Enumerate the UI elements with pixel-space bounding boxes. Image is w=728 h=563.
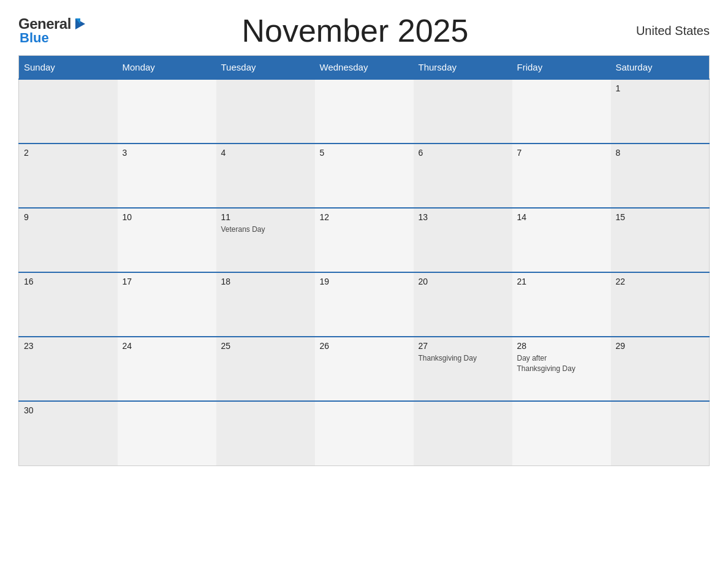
calendar-cell <box>315 79 414 144</box>
calendar-cell: 15 <box>611 208 710 272</box>
calendar-cell: 8 <box>611 144 710 208</box>
calendar-cell: 18 <box>216 272 315 337</box>
day-number: 8 <box>616 148 705 158</box>
holiday-label: Day after <box>517 353 606 364</box>
calendar-row-3: 16171819202122 <box>19 272 710 337</box>
col-sunday: Sunday <box>19 56 118 80</box>
col-wednesday: Wednesday <box>315 56 414 80</box>
calendar-table: Sunday Monday Tuesday Wednesday Thursday… <box>18 55 710 466</box>
calendar-row-4: 2324252627Thanksgiving Day28Day afterTha… <box>19 337 710 401</box>
calendar-cell: 29 <box>611 337 710 401</box>
calendar-cell: 2 <box>19 144 118 208</box>
day-number: 2 <box>24 148 113 158</box>
day-number: 1 <box>616 83 705 93</box>
calendar-cell <box>118 401 216 465</box>
day-number: 13 <box>419 212 507 222</box>
day-number: 17 <box>123 277 211 286</box>
calendar-cell: 9 <box>19 208 118 272</box>
day-number: 4 <box>221 148 310 158</box>
day-number: 6 <box>419 148 507 158</box>
calendar-cell: 11Veterans Day <box>216 208 315 272</box>
day-number: 23 <box>24 341 113 351</box>
day-number: 11 <box>221 212 310 222</box>
calendar-cell <box>512 79 611 144</box>
col-friday: Friday <box>512 56 611 80</box>
calendar-cell: 21 <box>512 272 611 337</box>
page-title: November 2025 <box>86 12 624 49</box>
day-number: 7 <box>517 148 606 158</box>
calendar-cell: 24 <box>118 337 216 401</box>
calendar-cell: 6 <box>414 144 512 208</box>
calendar-cell: 20 <box>414 272 512 337</box>
logo-blue-text: Blue <box>20 30 49 46</box>
calendar-cell: 23 <box>19 337 118 401</box>
calendar-cell <box>19 79 118 144</box>
day-number: 26 <box>320 341 409 351</box>
day-number: 14 <box>517 212 606 222</box>
calendar-cell: 10 <box>118 208 216 272</box>
calendar-cell <box>216 401 315 465</box>
calendar-cell: 19 <box>315 272 414 337</box>
calendar-cell: 27Thanksgiving Day <box>414 337 512 401</box>
day-number: 25 <box>221 341 310 351</box>
day-number: 15 <box>616 212 705 222</box>
day-number: 9 <box>24 212 113 222</box>
day-number: 5 <box>320 148 409 158</box>
day-number: 18 <box>221 277 310 286</box>
calendar-cell: 30 <box>19 401 118 465</box>
calendar-cell: 25 <box>216 337 315 401</box>
calendar-header-row: Sunday Monday Tuesday Wednesday Thursday… <box>19 56 710 80</box>
day-number: 20 <box>419 277 507 286</box>
calendar-cell: 4 <box>216 144 315 208</box>
calendar-cell: 16 <box>19 272 118 337</box>
calendar-cell <box>315 401 414 465</box>
calendar-cell: 13 <box>414 208 512 272</box>
calendar-cell: 22 <box>611 272 710 337</box>
logo-line2: Blue <box>18 30 86 46</box>
col-monday: Monday <box>118 56 216 80</box>
col-tuesday: Tuesday <box>216 56 315 80</box>
col-saturday: Saturday <box>611 56 710 80</box>
calendar-cell: 3 <box>118 144 216 208</box>
calendar-row-5: 30 <box>19 401 710 465</box>
day-number: 27 <box>419 341 507 351</box>
day-number: 10 <box>123 212 211 222</box>
day-number: 22 <box>616 277 705 286</box>
holiday-label: Thanksgiving Day <box>517 364 606 374</box>
day-number: 30 <box>24 405 113 415</box>
day-number: 16 <box>24 277 113 286</box>
calendar-cell <box>512 401 611 465</box>
calendar-cell: 5 <box>315 144 414 208</box>
col-thursday: Thursday <box>414 56 512 80</box>
holiday-label: Thanksgiving Day <box>419 353 507 364</box>
calendar-cell <box>611 401 710 465</box>
country-label: United States <box>624 24 710 38</box>
calendar-cell: 26 <box>315 337 414 401</box>
calendar-cell <box>414 401 512 465</box>
calendar-cell: 17 <box>118 272 216 337</box>
holiday-label: Veterans Day <box>221 224 310 235</box>
calendar-cell: 14 <box>512 208 611 272</box>
calendar-cell: 1 <box>611 79 710 144</box>
calendar-row-0: 1 <box>19 79 710 144</box>
day-number: 12 <box>320 212 409 222</box>
calendar-cell <box>216 79 315 144</box>
page-header: General Blue November 2025 United States <box>18 12 710 49</box>
calendar-cell <box>414 79 512 144</box>
calendar-cell: 28Day afterThanksgiving Day <box>512 337 611 401</box>
day-number: 29 <box>616 341 705 351</box>
logo: General Blue <box>18 15 86 46</box>
logo-arrow-icon <box>73 17 86 31</box>
day-number: 3 <box>123 148 211 158</box>
calendar-row-2: 91011Veterans Day12131415 <box>19 208 710 272</box>
calendar-cell: 7 <box>512 144 611 208</box>
calendar-cell <box>118 79 216 144</box>
calendar-cell: 12 <box>315 208 414 272</box>
day-number: 28 <box>517 341 606 351</box>
calendar-row-1: 2345678 <box>19 144 710 208</box>
day-number: 24 <box>123 341 211 351</box>
day-number: 21 <box>517 277 606 286</box>
day-number: 19 <box>320 277 409 286</box>
